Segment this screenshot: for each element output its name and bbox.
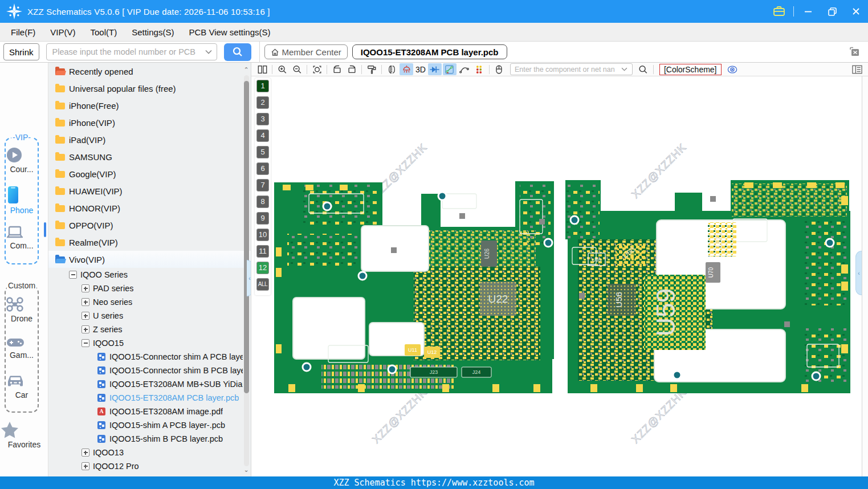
- tree-item[interactable]: IQOO15-Connector shim B PCB layer: [48, 364, 251, 377]
- tree-item[interactable]: IQOO13: [48, 446, 251, 459]
- sidebar-scroll-thumb[interactable]: [44, 222, 46, 237]
- measure-tool-icon[interactable]: [443, 63, 457, 75]
- minimize-button[interactable]: [796, 0, 820, 23]
- tree-scrollbar-thumb[interactable]: [244, 81, 249, 393]
- tree-item[interactable]: Vivo(VIP): [48, 251, 251, 268]
- license-briefcase-icon[interactable]: [767, 0, 791, 23]
- plus-expander-icon[interactable]: [81, 298, 89, 306]
- sidebar-item-favorites[interactable]: Favorites: [0, 421, 48, 449]
- tree-item[interactable]: SAMSUNG: [48, 148, 251, 165]
- tree-item[interactable]: IQOO Series: [48, 268, 251, 282]
- arc-tool-icon[interactable]: [458, 63, 471, 75]
- rotate-ccw-icon[interactable]: [330, 63, 344, 75]
- tree-item[interactable]: PAD series: [48, 282, 251, 295]
- model-search-input[interactable]: Please input the model number or PCB: [46, 43, 217, 60]
- sidebar-item-phone[interactable]: Phone: [6, 185, 38, 215]
- search-button[interactable]: [224, 43, 251, 61]
- layer-button[interactable]: ALL: [256, 278, 269, 291]
- split-view-icon[interactable]: [255, 63, 269, 75]
- layer-button[interactable]: 6: [256, 162, 269, 175]
- fit-selection-icon[interactable]: [310, 63, 324, 75]
- tree-collapse-handle[interactable]: ‹: [247, 260, 251, 296]
- eye-visibility-icon[interactable]: [726, 63, 739, 75]
- sidebar-item-course[interactable]: Cour...: [6, 146, 38, 174]
- mouse-icon[interactable]: [492, 63, 506, 75]
- sidebar-item-game[interactable]: Gam...: [6, 336, 38, 360]
- tree-item[interactable]: Realme(VIP): [48, 234, 251, 251]
- color-dots-icon[interactable]: [472, 63, 486, 75]
- flip-mirror-icon[interactable]: [385, 63, 398, 75]
- tree-item[interactable]: iPhone(VIP): [48, 114, 251, 131]
- menu-item[interactable]: File(F): [3, 23, 43, 41]
- tree-item[interactable]: Google(VIP): [48, 165, 251, 182]
- chevron-down-icon[interactable]: [621, 67, 627, 71]
- menu-item[interactable]: VIP(V): [43, 23, 83, 41]
- tree-item[interactable]: HUAWEI(VIP): [48, 182, 251, 199]
- tree-item[interactable]: Neo series: [48, 295, 251, 309]
- minus-expander-icon[interactable]: [69, 271, 77, 279]
- tree-item[interactable]: Universal popular files (free): [48, 80, 251, 97]
- close-document-icon[interactable]: [849, 47, 860, 57]
- close-button[interactable]: [844, 0, 868, 23]
- zoom-in-icon[interactable]: [275, 63, 289, 75]
- sidebar-item-computer[interactable]: Com...: [6, 225, 38, 250]
- tree-item[interactable]: Z series: [48, 323, 251, 336]
- tree-scroll-down-icon[interactable]: ⌄: [243, 466, 250, 473]
- layer-panel-toggle-icon[interactable]: [850, 63, 864, 75]
- layer-button[interactable]: 10: [256, 229, 269, 241]
- menu-item[interactable]: Tool(T): [83, 23, 125, 41]
- tree-item[interactable]: iPhone(Free): [48, 97, 251, 114]
- layer-button[interactable]: 1: [256, 80, 269, 92]
- layer-button[interactable]: 8: [256, 195, 269, 208]
- tab-open-file[interactable]: IQOO15-ET3208AM PCB layer.pcb: [352, 44, 507, 59]
- diode-mode-icon[interactable]: [428, 63, 442, 75]
- layer-button[interactable]: 2: [256, 96, 269, 109]
- component-search-icon[interactable]: [637, 63, 650, 75]
- tree-item[interactable]: HONOR(VIP): [48, 199, 251, 217]
- tree-item[interactable]: IQOO15: [48, 336, 251, 350]
- plus-expander-icon[interactable]: [81, 312, 89, 320]
- minus-expander-icon[interactable]: [81, 339, 89, 347]
- lamp-highlight-icon[interactable]: [400, 63, 413, 75]
- tree-item[interactable]: IQOO15-ET3208AM image.pdf: [48, 405, 251, 418]
- tree-scroll-up-icon[interactable]: ⌃: [243, 66, 250, 73]
- component-search-input[interactable]: Enter the component or net nan: [510, 63, 633, 75]
- colorscheme-button[interactable]: [ColorScheme]: [659, 64, 722, 75]
- layer-button[interactable]: 5: [256, 146, 269, 158]
- right-panel-collapse-handle[interactable]: ‹: [855, 251, 862, 295]
- tree-item[interactable]: IQOO12 Pro: [48, 459, 251, 473]
- layer-button[interactable]: 9: [256, 212, 269, 225]
- chevron-down-icon[interactable]: [205, 50, 212, 54]
- layer-button[interactable]: 11: [256, 245, 269, 258]
- tab-member-center[interactable]: Member Center: [264, 44, 348, 59]
- sidebar-item-drone[interactable]: Drone: [6, 296, 38, 323]
- tree-item[interactable]: OPPO(VIP): [48, 217, 251, 234]
- tree-item[interactable]: iPad(VIP): [48, 131, 251, 148]
- zoom-out-icon[interactable]: [290, 63, 304, 75]
- plus-expander-icon[interactable]: [81, 325, 89, 333]
- tree-item[interactable]: Recently opened: [48, 63, 251, 80]
- menu-item[interactable]: PCB View settings(S): [181, 23, 278, 41]
- tree-item[interactable]: U series: [48, 309, 251, 323]
- shrink-button[interactable]: Shrink: [3, 43, 39, 60]
- three-d-button[interactable]: 3D: [415, 65, 426, 74]
- menu-item[interactable]: Settings(S): [124, 23, 181, 41]
- sidebar-item-car[interactable]: Car: [6, 373, 38, 400]
- tree-item[interactable]: IQOO15-Connector shim A PCB layer: [48, 350, 251, 364]
- plus-expander-icon[interactable]: [81, 284, 89, 292]
- layer-button[interactable]: 7: [256, 179, 269, 191]
- paint-roller-icon[interactable]: [365, 63, 378, 75]
- plus-expander-icon[interactable]: [81, 449, 89, 457]
- layer-button[interactable]: 3: [256, 113, 269, 125]
- pcb-canvas[interactable]: XZZ@XZZHK XZZ@XZZHK XZZ@XZZHK XZZ@XZZHK: [251, 76, 862, 476]
- tree-item[interactable]: IQOO15-ET3208AM MB+SUB YiDian: [48, 377, 251, 391]
- rotate-cw-icon[interactable]: [345, 63, 358, 75]
- plus-expander-icon[interactable]: [81, 462, 89, 470]
- layer-button[interactable]: 4: [256, 129, 269, 142]
- tree-item[interactable]: IQOO15-shim A PCB layer-.pcb: [48, 418, 251, 432]
- maximize-button[interactable]: [820, 0, 844, 23]
- pcb-icon: [97, 435, 105, 443]
- layer-button[interactable]: 12: [256, 262, 269, 274]
- tree-item[interactable]: IQOO15-shim B PCB layer.pcb: [48, 432, 251, 446]
- tree-item[interactable]: IQOO15-ET3208AM PCB layer.pcb: [48, 391, 251, 405]
